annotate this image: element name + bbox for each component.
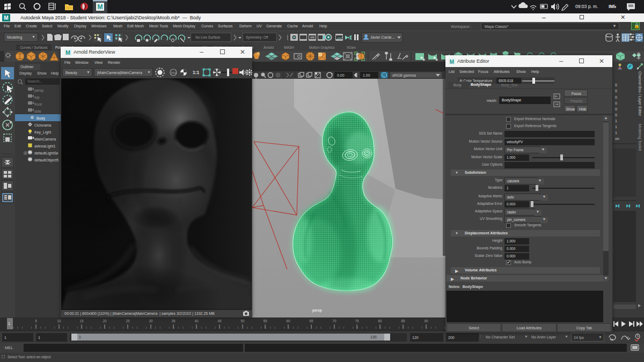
svg-text:persp: persp — [312, 308, 322, 313]
svg-text:80: 80 — [378, 319, 382, 323]
svg-text:1:1: 1:1 — [193, 70, 200, 75]
svg-text:1: 1 — [615, 119, 617, 123]
svg-text:sRGB gamma: sRGB gamma — [392, 73, 416, 78]
svg-text:1: 1 — [615, 131, 617, 135]
svg-text:Key_Light: Key_Light — [34, 130, 51, 135]
svg-text:defaultObject5: defaultObject5 — [34, 158, 58, 162]
svg-text:45: 45 — [217, 319, 222, 323]
svg-text:IPR: IPR — [310, 36, 315, 39]
svg-text:35: 35 — [171, 319, 175, 323]
svg-text:on: on — [615, 137, 619, 141]
svg-text:aiAreaLight1: aiAreaLight1 — [34, 144, 55, 149]
svg-text:65: 65 — [309, 319, 313, 323]
svg-text:85: 85 — [401, 319, 405, 323]
svg-text:side: side — [34, 109, 41, 113]
svg-text:M: M — [65, 49, 70, 56]
svg-text:0: 0 — [615, 113, 617, 117]
svg-text:0: 0 — [615, 107, 617, 111]
svg-text:40: 40 — [194, 319, 199, 323]
svg-text:0: 0 — [615, 89, 617, 93]
svg-text:top: top — [34, 95, 40, 100]
svg-text:defaultLightSe: defaultLightSe — [34, 151, 58, 156]
svg-text:09:03 p. m.: 09:03 p. m. — [575, 4, 598, 9]
svg-text:20: 20 — [103, 319, 107, 323]
svg-text:5: 5 — [35, 319, 37, 323]
svg-text:30: 30 — [149, 319, 153, 323]
svg-text:front: front — [34, 102, 42, 106]
svg-text:persp: persp — [34, 88, 44, 93]
svg-text:MainCamera: MainCamera — [34, 137, 56, 141]
svg-text:0: 0 — [615, 83, 617, 87]
svg-text:90: 90 — [424, 319, 428, 323]
svg-text:60: 60 — [286, 319, 290, 323]
svg-text:25: 25 — [126, 319, 130, 323]
svg-text:Body: Body — [36, 116, 45, 121]
svg-text:M: M — [98, 3, 103, 11]
svg-text:1: 1 — [615, 125, 617, 129]
svg-text:0: 0 — [615, 101, 617, 105]
svg-text:Javier Carde...: Javier Carde... — [370, 35, 395, 39]
svg-text:55: 55 — [263, 319, 267, 323]
svg-text:IM♭: IM♭ — [609, 4, 616, 9]
svg-text:G: G — [383, 74, 385, 77]
svg-text:PGN: PGN — [171, 72, 177, 75]
svg-text:75: 75 — [355, 319, 359, 323]
svg-text:M: M — [4, 15, 8, 21]
svg-text:15: 15 — [79, 319, 84, 323]
svg-text:0.00: 0.00 — [337, 73, 345, 77]
svg-text:1.00: 1.00 — [363, 73, 370, 77]
svg-text:70: 70 — [332, 319, 336, 323]
svg-text:1: 1 — [8, 322, 10, 326]
svg-text:10: 10 — [57, 319, 61, 323]
svg-text:0: 0 — [615, 95, 617, 99]
svg-text:Ciclorama: Ciclorama — [34, 123, 52, 127]
svg-text:50: 50 — [240, 319, 245, 323]
svg-text:M: M — [450, 59, 454, 65]
